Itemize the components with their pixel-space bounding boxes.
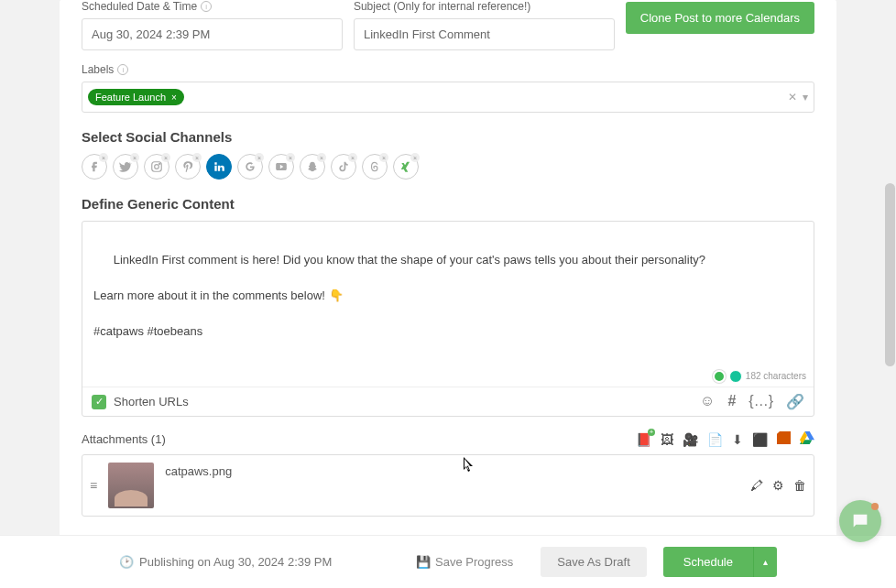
chip-text: Feature Launch	[95, 92, 166, 103]
drag-handle-icon[interactable]: ≡	[90, 478, 97, 493]
char-counter: 182 characters	[713, 369, 806, 383]
attachment-thumbnail[interactable]	[108, 463, 154, 508]
shorten-label: Shorten URLs	[114, 395, 189, 408]
image-icon[interactable]: 🖼	[661, 432, 673, 447]
channel-facebook[interactable]: ×	[82, 154, 107, 180]
labels-input[interactable]: Feature Launch × ✕ ▾	[82, 82, 814, 113]
scrollbar-thumb[interactable]	[885, 183, 895, 366]
clear-icon[interactable]: ✕	[788, 91, 797, 103]
checkbox-checked-icon: ✓	[92, 395, 106, 409]
schedule-button[interactable]: Schedule	[663, 547, 753, 577]
link-icon[interactable]: 🔗	[786, 393, 804, 410]
chat-widget[interactable]	[839, 500, 881, 542]
info-icon[interactable]: i	[117, 64, 128, 75]
chip-remove-icon[interactable]: ×	[171, 93, 177, 103]
svg-point-1	[155, 165, 159, 169]
chevron-down-icon[interactable]: ▾	[803, 91, 808, 103]
clock-icon: 🕑	[119, 555, 134, 569]
content-box: LinkedIn First comment is here! Did you …	[82, 221, 814, 417]
video-icon[interactable]: 🎥	[683, 432, 698, 447]
info-icon[interactable]: i	[201, 1, 212, 12]
svg-point-2	[159, 163, 160, 164]
label-chip: Feature Launch ×	[88, 89, 184, 105]
channel-snapchat[interactable]: ×	[300, 154, 325, 180]
settings-icon[interactable]: ⚙	[772, 478, 784, 493]
delete-icon[interactable]: 🗑	[793, 478, 806, 493]
channels-row: × × × × × × × × × ×	[82, 154, 814, 180]
attachment-filename: catpaws.png	[165, 463, 739, 478]
footer-bar: 🕑 Publishing on Aug 30, 2024 2:39 PM 💾 S…	[0, 535, 896, 588]
shorten-urls-toggle[interactable]: ✓ Shorten URLs	[92, 395, 189, 409]
save-icon: 💾	[416, 555, 431, 569]
edit-image-icon[interactable]: 🖍	[750, 478, 763, 493]
hashtag-icon[interactable]: #	[727, 393, 736, 410]
grammarly-icon-2[interactable]	[729, 370, 742, 383]
channel-pinterest[interactable]: ×	[175, 154, 201, 180]
channel-tiktok[interactable]: ×	[331, 154, 356, 180]
grammarly-icon[interactable]	[713, 370, 726, 383]
document-icon[interactable]	[777, 431, 791, 447]
save-progress-button[interactable]: 💾 Save Progress	[405, 548, 524, 576]
scheduled-input[interactable]	[82, 18, 343, 50]
book-icon[interactable]: +📕	[636, 432, 651, 447]
emoji-icon[interactable]: ☺	[700, 393, 715, 410]
channel-youtube[interactable]: ×	[268, 154, 294, 180]
clone-button[interactable]: Clone Post to more Calendars	[626, 2, 814, 34]
snippet-icon[interactable]: {…}	[748, 393, 773, 410]
channel-google[interactable]: ×	[237, 154, 263, 180]
attachments-title: Attachments (1)	[82, 432, 166, 446]
download-icon[interactable]: ⬇	[732, 432, 743, 447]
channel-threads[interactable]: ×	[362, 154, 388, 180]
channels-title: Select Social Channels	[82, 129, 814, 145]
save-draft-button[interactable]: Save As Draft	[541, 547, 646, 577]
channel-twitter[interactable]: ×	[113, 154, 138, 180]
content-title: Define Generic Content	[82, 196, 814, 212]
compose-card: Scheduled Date & Time i Subject (Only fo…	[60, 0, 836, 588]
channel-linkedin[interactable]	[206, 154, 232, 180]
scheduled-label: Scheduled Date & Time i	[82, 0, 343, 13]
content-textarea[interactable]: LinkedIn First comment is here! Did you …	[82, 222, 814, 387]
publishing-text: Publishing on Aug 30, 2024 2:39 PM	[139, 555, 332, 569]
subject-label: Subject (Only for internal reference!)	[354, 0, 615, 13]
scrollbar[interactable]	[883, 0, 896, 554]
schedule-dropdown[interactable]: ▴	[753, 547, 777, 577]
gdrive-icon[interactable]	[800, 431, 814, 447]
labels-label: Labels i	[82, 63, 814, 76]
unsplash-icon[interactable]: ⬛	[752, 432, 768, 447]
attachment-item: ≡ catpaws.png 🖍 ⚙ 🗑	[82, 454, 814, 517]
subject-input[interactable]	[354, 18, 615, 50]
channel-xing[interactable]: ×	[393, 154, 419, 180]
file-icon[interactable]: 📄	[707, 432, 723, 447]
channel-instagram[interactable]: ×	[144, 154, 169, 180]
